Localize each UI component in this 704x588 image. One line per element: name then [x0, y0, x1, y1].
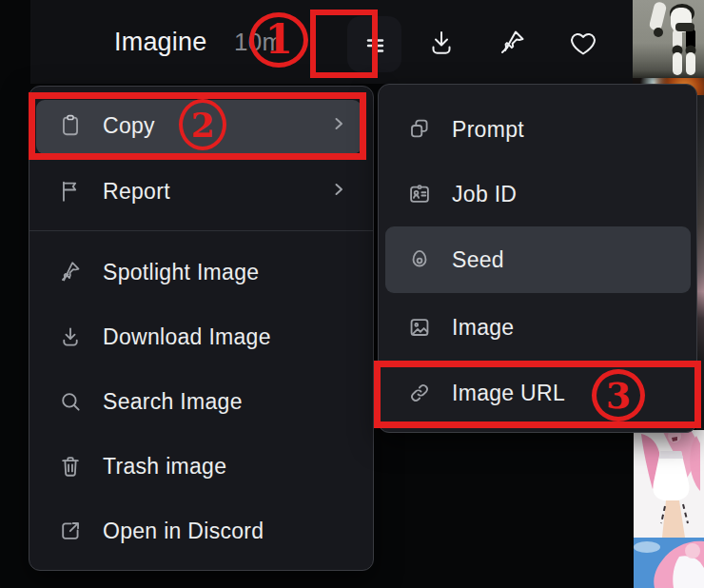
menu-item-copy[interactable]: Copy	[37, 99, 365, 152]
search-icon	[58, 389, 83, 414]
image-context-menu: Copy Report Spotlight Image	[29, 86, 374, 571]
anime-artwork-white-dress	[634, 430, 704, 538]
spotlight-pin-button[interactable]	[495, 26, 529, 60]
anime-girl-thumbnail-white[interactable]	[634, 430, 704, 538]
robot-artwork	[633, 0, 704, 78]
submenu-item-label: Image URL	[452, 381, 565, 406]
menu-item-label: Trash image	[103, 454, 226, 480]
copy-submenu: Prompt Job ID Seed	[378, 84, 697, 433]
robot-image-thumbnail[interactable]	[633, 0, 704, 78]
menu-item-label: Report	[103, 179, 170, 205]
anime-artwork-blue-sky	[634, 538, 704, 588]
menu-item-label: Spotlight Image	[103, 260, 259, 285]
favorite-button[interactable]	[566, 26, 600, 60]
seed-icon	[407, 247, 432, 272]
options-lines-icon	[358, 28, 392, 62]
submenu-item-label: Image	[452, 315, 514, 341]
anime-girl-thumbnail-blue[interactable]	[634, 538, 704, 588]
image-age-label: 10m	[234, 0, 283, 84]
image-icon	[407, 315, 432, 340]
menu-item-report[interactable]: Report	[37, 165, 365, 218]
submenu-chevron-icon	[329, 180, 348, 203]
pin-icon	[58, 260, 83, 284]
menu-item-label: Open in Discord	[103, 519, 264, 544]
menu-item-label: Search Image	[103, 389, 243, 415]
background-image-sliver	[696, 95, 704, 434]
copy-pages-icon	[407, 117, 432, 142]
flag-icon	[58, 179, 83, 204]
more-options-button[interactable]	[347, 16, 401, 72]
clipboard-icon	[58, 113, 83, 138]
submenu-item-image-url[interactable]: Image URL	[386, 366, 689, 420]
menu-item-label: Copy	[103, 113, 155, 139]
external-link-icon	[58, 519, 83, 543]
menu-item-spotlight-image[interactable]: Spotlight Image	[37, 245, 365, 299]
midjourney-image-context-ui: Imagine 10m	[0, 0, 704, 588]
link-icon	[407, 381, 432, 405]
download-button[interactable]	[424, 26, 459, 60]
heart-icon	[567, 27, 599, 59]
menu-divider	[29, 230, 373, 231]
menu-item-label: Download Image	[103, 324, 271, 350]
menu-item-download-image[interactable]: Download Image	[37, 310, 365, 363]
submenu-item-label: Job ID	[452, 182, 517, 207]
submenu-item-job-id[interactable]: Job ID	[386, 167, 689, 221]
submenu-item-prompt[interactable]: Prompt	[386, 103, 689, 156]
submenu-item-label: Prompt	[452, 117, 524, 143]
submenu-item-label: Seed	[452, 247, 504, 273]
image-toolbar: Imagine 10m	[30, 0, 633, 84]
submenu-chevron-icon	[329, 114, 348, 137]
trash-icon	[58, 454, 83, 479]
submenu-item-image[interactable]: Image	[386, 301, 689, 354]
menu-item-open-in-discord[interactable]: Open in Discord	[37, 504, 365, 558]
submenu-item-seed[interactable]: Seed	[386, 233, 689, 286]
download-icon	[425, 27, 458, 59]
image-mode-label: Imagine	[114, 0, 206, 84]
id-badge-icon	[407, 182, 432, 206]
menu-item-search-image[interactable]: Search Image	[37, 375, 365, 428]
pin-icon	[496, 27, 528, 59]
menu-item-trash-image[interactable]: Trash image	[37, 440, 365, 493]
download-icon	[58, 324, 83, 349]
